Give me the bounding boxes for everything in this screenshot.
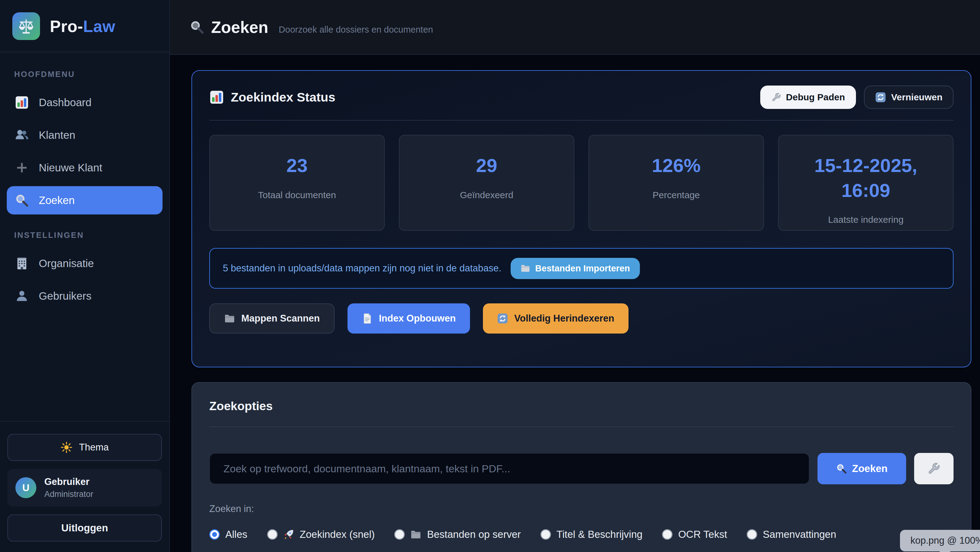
sidebar-item-label: Organisatie	[39, 257, 94, 270]
stat-label: Totaal documenten	[218, 190, 375, 200]
sidebar-item-organisatie[interactable]: Organisatie	[7, 249, 162, 278]
scan-folders-button[interactable]: Mappen Scannen	[209, 303, 334, 334]
radio-zoekindex[interactable]	[267, 529, 278, 540]
avatar: U	[15, 477, 36, 498]
pending-files-banner: 5 bestanden in uploads/data mappen zijn …	[209, 248, 953, 289]
magnifier-icon	[189, 20, 204, 35]
office-building-icon	[15, 256, 29, 270]
full-reindex-label: Volledig Herindexeren	[514, 313, 614, 324]
user-info: Gebruiker Administrator	[45, 476, 93, 499]
page-title: Zoeken	[211, 18, 268, 37]
magnifier-icon	[15, 193, 29, 207]
wrench-icon	[928, 462, 940, 475]
scope-option-titel[interactable]: Titel & Beschrijving	[541, 529, 642, 540]
full-reindex-button[interactable]: Volledig Herindexeren	[483, 303, 628, 334]
plus-icon	[15, 161, 29, 175]
sidebar-item-nieuwe-klant[interactable]: Nieuwe Klant	[7, 154, 162, 182]
scope-option-zoekindex[interactable]: Zoekindex (snel)	[267, 529, 375, 540]
sidebar-item-gebruikers[interactable]: Gebruikers	[7, 282, 162, 310]
theme-toggle-button[interactable]: Thema	[7, 434, 162, 461]
nav-section-hoofdmenu: HOOFDMENU	[14, 70, 162, 79]
import-files-button[interactable]: Bestanden Importeren	[511, 258, 640, 279]
scales-of-justice-icon	[17, 17, 35, 35]
divider	[209, 120, 953, 121]
sun-icon	[60, 442, 72, 453]
import-files-label: Bestanden Importeren	[535, 263, 630, 274]
radio-titel[interactable]	[541, 529, 551, 540]
folder-icon	[224, 313, 235, 324]
logout-button[interactable]: Uitloggen	[7, 514, 162, 542]
stat-indexed: 29 Geïndexeerd	[399, 135, 574, 231]
sidebar: Pro-Law HOOFDMENU Dashboard	[0, 0, 170, 552]
search-scope-label: Zoeken in:	[209, 503, 953, 514]
users-icon	[15, 128, 29, 142]
search-button-label: Zoeken	[852, 463, 888, 474]
debug-paths-label: Debug Paden	[786, 92, 845, 102]
search-index-status-card: Zoekindex Status Debug Paden	[191, 70, 971, 367]
status-card-actions: Debug Paden Vernieuwen	[760, 86, 953, 109]
sidebar-item-label: Dashboard	[39, 96, 91, 109]
sidebar-item-label: Zoeken	[39, 194, 75, 207]
radio-bestanden[interactable]	[394, 529, 405, 540]
refresh-icon	[875, 92, 886, 103]
pending-files-text: 5 bestanden in uploads/data mappen zijn …	[223, 263, 501, 274]
search-options-title: Zoekopties	[209, 399, 953, 413]
search-scope-options: Alles Zoekindex (snel)	[209, 529, 953, 540]
stat-value: 29	[408, 153, 565, 178]
build-index-label: Index Opbouwen	[379, 313, 456, 324]
folder-icon	[410, 529, 422, 540]
scope-option-alles[interactable]: Alles	[209, 529, 247, 540]
search-button[interactable]: Zoeken	[818, 453, 906, 484]
folder-icon	[520, 263, 530, 273]
stat-label: Laatste indexering	[788, 215, 944, 225]
status-card-title: Zoekindex Status	[231, 90, 335, 105]
scope-label: Titel & Beschrijving	[557, 529, 642, 540]
bar-chart-icon	[15, 95, 29, 110]
sidebar-item-dashboard[interactable]: Dashboard	[7, 88, 162, 117]
sidebar-item-zoeken[interactable]: Zoeken	[7, 186, 162, 215]
refresh-button[interactable]: Vernieuwen	[864, 86, 953, 109]
scope-label: Alles	[225, 529, 247, 540]
search-options-card: Zoekopties Zoeken Zoeken in:	[191, 382, 971, 552]
debug-paths-button[interactable]: Debug Paden	[760, 86, 856, 109]
brand-row: Pro-Law	[0, 0, 169, 52]
stat-label: Geïndexeerd	[408, 190, 565, 200]
radio-ocr[interactable]	[662, 529, 673, 540]
status-card-header: Zoekindex Status Debug Paden	[209, 86, 953, 109]
stat-value: 15-12-2025, 16:09	[788, 153, 944, 203]
stats-grid: 23 Totaal documenten 29 Geïndexeerd 126%…	[209, 135, 953, 231]
logout-label: Uitloggen	[61, 522, 108, 534]
stat-label: Percentage	[598, 190, 755, 200]
main-area: Zoeken Doorzoek alle dossiers en documen…	[170, 0, 980, 552]
page-header: Zoeken Doorzoek alle dossiers en documen…	[170, 0, 980, 55]
page-subtitle: Doorzoek alle dossiers en documenten	[279, 20, 433, 35]
sidebar-nav: HOOFDMENU Dashboard Klanten	[0, 52, 169, 421]
search-tools-button[interactable]	[914, 453, 953, 484]
scope-label: Zoekindex (snel)	[300, 529, 375, 540]
scope-option-bestanden[interactable]: Bestanden op server	[394, 529, 521, 540]
radio-alles[interactable]	[209, 529, 220, 540]
user-role: Administrator	[45, 490, 93, 499]
stat-percentage: 126% Percentage	[589, 135, 764, 231]
window-title-tooltip: kop.png @ 100% (R	[900, 530, 980, 551]
magnifier-icon	[836, 463, 847, 474]
radio-samenvattingen[interactable]	[747, 529, 757, 540]
brand-secondary: Law	[83, 17, 115, 35]
sidebar-item-label: Nieuwe Klant	[39, 162, 102, 174]
search-input[interactable]	[209, 453, 810, 484]
scope-option-ocr[interactable]: OCR Tekst	[662, 529, 727, 540]
divider	[209, 426, 953, 427]
stat-value: 23	[218, 153, 375, 178]
bar-chart-icon	[209, 90, 224, 105]
nav-section-instellingen: INSTELLINGEN	[14, 231, 162, 240]
refresh-label: Vernieuwen	[891, 92, 942, 102]
scope-option-samenvattingen[interactable]: Samenvattingen	[747, 529, 836, 540]
wrench-icon	[771, 92, 781, 102]
sidebar-item-klanten[interactable]: Klanten	[7, 121, 162, 149]
build-index-button[interactable]: Index Opbouwen	[347, 303, 470, 334]
theme-toggle-label: Thema	[79, 442, 109, 453]
scan-folders-label: Mappen Scannen	[241, 313, 320, 324]
sidebar-item-label: Klanten	[39, 129, 75, 141]
status-card-title-row: Zoekindex Status	[209, 90, 335, 105]
scope-label: Samenvattingen	[763, 529, 836, 540]
